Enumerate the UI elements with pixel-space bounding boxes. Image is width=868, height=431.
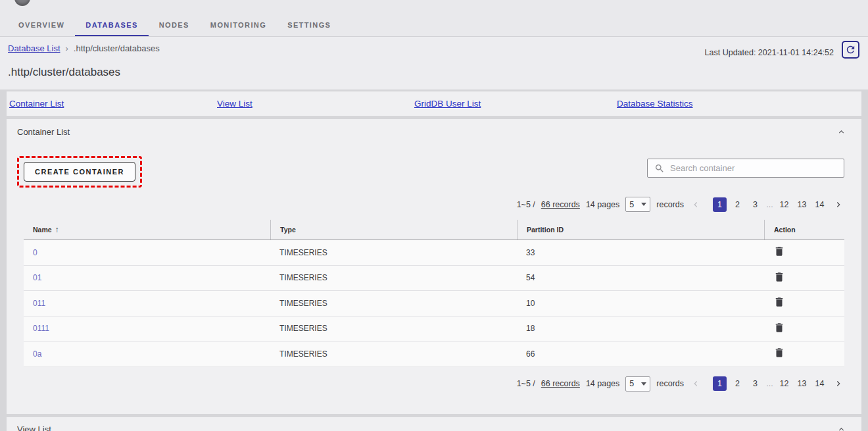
tab-nodes[interactable]: NODES [149,13,200,36]
column-name-label: Name [33,226,52,234]
column-header-name[interactable]: Name ↑ [24,220,270,240]
records-label: records [656,379,684,388]
page-button[interactable]: 14 [813,376,827,391]
link-griddb-user-list[interactable]: GridDB User List [414,99,617,109]
container-name-link[interactable]: 0111 [33,324,49,333]
column-header-type[interactable]: Type [270,220,517,240]
tab-settings[interactable]: SETTINGS [277,13,341,36]
container-name-link[interactable]: 0a [33,349,41,359]
delete-icon[interactable] [773,322,785,334]
page-size-value: 5 [629,379,634,388]
page-button[interactable]: 13 [795,197,809,212]
cell-action [764,322,844,336]
create-container-button[interactable]: CREATE CONTAINER [24,162,135,182]
delete-icon[interactable] [773,271,785,283]
chevron-up-icon [837,128,846,136]
records-count-link[interactable]: 66 records [541,200,580,209]
page-size-select[interactable]: 5 [625,197,650,212]
collapse-panel-button[interactable] [837,128,846,136]
pagination-bottom: 1~5 / 66 records 14 pages 5 records 123…… [24,376,844,392]
page-button[interactable]: 12 [777,197,791,212]
column-header-partition-id[interactable]: Partition ID [517,220,764,240]
cell-name: 011 [24,299,270,308]
record-range-label: 1~5 / [517,200,535,209]
table-row: 0111TIMESERIES18 [24,317,844,342]
breadcrumb-database-list-link[interactable]: Database List [8,43,60,53]
cell-type: TIMESERIES [270,324,517,333]
cell-action [764,245,844,259]
tab-overview[interactable]: OVERVIEW [8,13,75,36]
sort-asc-icon: ↑ [55,225,59,234]
delete-icon[interactable] [773,347,785,359]
page-button[interactable]: 3 [748,197,762,212]
page-list: 123…121314 [713,376,827,391]
prev-page-button[interactable] [691,200,700,209]
page-button[interactable]: 2 [731,376,744,391]
main-nav: OVERVIEW DATABASES NODES MONITORING SETT… [0,13,868,37]
view-list-panel-title: View List [17,424,51,431]
cell-name: 0a [24,349,270,359]
view-list-panel: View List [7,417,861,431]
next-page-button[interactable] [834,379,843,388]
link-view-list[interactable]: View List [217,99,414,109]
cell-type: TIMESERIES [270,273,517,282]
subheader: Database List › .http/cluster/databases … [0,37,868,89]
next-page-button[interactable] [834,200,843,209]
page-button[interactable]: 2 [731,197,744,212]
page-button[interactable]: 1 [713,376,727,391]
view-list-panel-header: View List [7,417,861,431]
cell-partition-id: 54 [517,273,764,282]
chevron-left-icon [691,379,700,388]
app-logo [14,0,30,6]
container-name-link[interactable]: 011 [33,299,45,308]
container-table: Name ↑ Type Partition ID Action 0TIMESER… [24,220,844,367]
table-row: 0TIMESERIES33 [24,240,844,266]
page-size-value: 5 [629,200,634,209]
search-box [647,159,844,178]
cell-partition-id: 10 [517,299,764,308]
page-button[interactable]: 14 [813,197,827,212]
records-count-link[interactable]: 66 records [541,379,580,388]
collapse-panel-button[interactable] [837,425,846,431]
chevron-right-icon [834,200,843,209]
delete-icon[interactable] [773,296,785,308]
cell-action [764,271,844,285]
cell-partition-id: 18 [517,324,764,333]
cell-name: 0111 [24,324,270,333]
top-strip [0,0,868,13]
container-list-panel-title: Container List [17,127,70,137]
refresh-icon [845,44,856,55]
table-header: Name ↑ Type Partition ID Action [24,220,844,240]
prev-page-button[interactable] [691,379,700,388]
page-ellipsis: … [766,197,773,212]
container-list-panel-header: Container List [7,119,861,144]
refresh-button[interactable] [842,41,859,59]
breadcrumb-current: .http/cluster/databases [74,43,160,53]
container-list-panel: Container List CREATE CONTAINER 1~5 [7,119,861,414]
pagination-top: 1~5 / 66 records 14 pages 5 records 123…… [24,197,844,212]
tab-databases[interactable]: DATABASES [75,13,148,36]
content-area: Container List View List GridDB User Lis… [0,89,868,431]
link-database-statistics[interactable]: Database Statistics [617,99,861,109]
page-button[interactable]: 13 [795,376,809,391]
cell-type: TIMESERIES [270,299,517,308]
chevron-up-icon [837,425,846,431]
page-button[interactable]: 1 [713,197,727,212]
tab-monitoring[interactable]: MONITORING [200,13,277,36]
table-row: 0aTIMESERIES66 [24,342,844,367]
search-input[interactable] [670,163,837,173]
record-range-label: 1~5 / [517,379,535,388]
delete-icon[interactable] [773,245,785,257]
container-name-link[interactable]: 01 [33,273,41,282]
chevron-right-icon [834,379,843,388]
quick-links-bar: Container List View List GridDB User Lis… [7,91,861,116]
chevron-left-icon [691,200,700,209]
container-name-link[interactable]: 0 [33,248,37,257]
page-button[interactable]: 12 [777,376,791,391]
link-container-list[interactable]: Container List [9,99,217,109]
page-size-select[interactable]: 5 [625,376,650,392]
search-icon [654,163,665,174]
column-header-action: Action [764,220,844,240]
page-button[interactable]: 3 [748,376,762,391]
cell-name: 01 [24,273,270,282]
